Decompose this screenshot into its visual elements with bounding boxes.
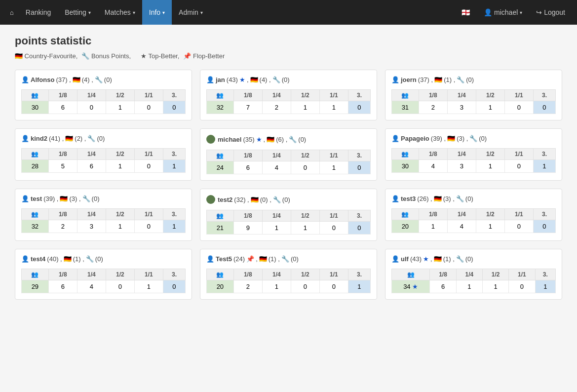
card-header: 👤 kind2 (41) , 🇩🇪 (2) , 🔧 (0)	[21, 135, 186, 142]
col-header: 1/8	[48, 209, 77, 220]
col-header: 1/8	[48, 90, 77, 101]
card-name: Alfonso	[31, 76, 54, 83]
stat-cell: 1	[535, 280, 555, 293]
user-card-joern: 👤 joern (37) , 🇩🇪 (1) , 🔧 (0) 👥1/81/41/2…	[385, 70, 562, 120]
stat-cell: 1	[291, 101, 319, 114]
stat-cell: 0	[163, 101, 185, 114]
stat-cell: 6	[430, 280, 456, 293]
stat-cell: 1	[134, 280, 163, 293]
user-card-test5: 👤 Test5 (24) 📌 , 🇩🇪 (1) , 🔧 (0) 👥1/81/41…	[200, 249, 377, 300]
nav-flag[interactable]: 🏴󠁧󠁢󠁥󠁮󠁧󠁿	[455, 0, 477, 25]
nav-brand[interactable]: ⌂	[5, 9, 19, 16]
card-header: 👤 jan (43) ★ , 🇩🇪 (4) , 🔧 (0)	[206, 76, 371, 83]
col-header: 3.	[163, 209, 185, 220]
stat-cell: 1	[163, 160, 185, 173]
stat-cell: 1	[533, 160, 555, 173]
col-header: 1/8	[233, 210, 262, 222]
stat-cell: 0	[134, 160, 163, 173]
stat-cell: 28	[22, 160, 49, 173]
stat-cell: 2	[233, 280, 262, 293]
stat-table: 👥1/81/41/21/13. 2464010	[206, 150, 371, 174]
stat-cell: 1	[476, 220, 504, 233]
card-header: 👤 Papageio (39) , 🇩🇪 (3) , 🔧 (0)	[391, 135, 556, 142]
stat-cell: 32	[22, 220, 49, 233]
page-title: points statistic	[15, 35, 562, 47]
nav-admin[interactable]: Admin ▾	[172, 0, 210, 25]
stat-cell: 20	[207, 280, 234, 293]
card-header: 👤 Alfonso (37) , 🇩🇪 (4) , 🔧 (0)	[21, 76, 186, 83]
card-name: michael	[218, 136, 241, 143]
col-header: 1/4	[77, 149, 106, 160]
stat-table: 👥1/81/41/21/13. 2191100	[206, 210, 371, 235]
bonus-icon: 🔧	[456, 195, 464, 202]
stat-cell: 3	[447, 160, 476, 173]
card-name: ulf	[401, 255, 409, 263]
bonus-icon: 🔧	[272, 76, 280, 83]
stat-table: 👥1/81/41/21/13. 2021001	[206, 269, 371, 293]
stat-cell: 0	[319, 280, 348, 293]
flag-icon: 🇩🇪	[434, 255, 442, 263]
col-header: 1/8	[430, 269, 456, 280]
col-header: 1/8	[419, 90, 447, 101]
col-header: 3.	[533, 149, 555, 160]
top-better-icon: ★	[239, 76, 245, 83]
main-content: points statistic 🇩🇪 Country-Favourite, 🔧…	[0, 25, 577, 310]
stat-cell: 0	[291, 280, 319, 293]
stat-cell: 0	[134, 220, 163, 233]
card-header: 👤 Test5 (24) 📌 , 🇩🇪 (1) , 🔧 (0)	[206, 255, 371, 263]
stat-cell: 4	[419, 160, 447, 173]
bonus-icon: 🔧	[456, 255, 464, 263]
card-name: Test5	[216, 255, 232, 263]
top-better-icon: ★	[256, 136, 262, 143]
col-header: 👥	[207, 150, 234, 161]
col-header: 3.	[163, 149, 185, 160]
stat-cell: 0	[504, 101, 533, 114]
flag-icon: 🇩🇪	[64, 255, 72, 263]
card-name: jan	[216, 76, 225, 83]
navbar-right: 🏴󠁧󠁢󠁥󠁮󠁧󠁿 👤 michael ▾ ↪ Logout	[455, 0, 572, 25]
flag-icon: 🇩🇪	[65, 135, 73, 142]
col-header: 1/2	[106, 209, 134, 220]
bonus-icon: 🔧	[289, 136, 297, 143]
nav-matches[interactable]: Matches ▾	[98, 0, 142, 25]
user-icon: 👤	[391, 135, 399, 142]
card-name: test2	[218, 196, 232, 203]
user-card-test3: 👤 test3 (26) , 🇩🇪 (3) , 🔧 (0) 👥1/81/41/2…	[385, 189, 562, 241]
nav-user[interactable]: 👤 michael ▾	[477, 0, 529, 25]
card-name: test4	[31, 255, 45, 263]
col-header: 1/8	[233, 269, 262, 280]
stat-cell: 1	[456, 280, 482, 293]
avatar-michael	[206, 135, 215, 144]
col-header: 1/1	[134, 209, 163, 220]
col-header: 1/4	[77, 269, 106, 280]
card-name: test3	[401, 195, 416, 202]
bonus-icon: 🔧	[281, 255, 289, 263]
col-header: 1/2	[291, 269, 319, 280]
col-header: 1/2	[476, 209, 504, 220]
nav-ranking[interactable]: Ranking	[19, 0, 58, 25]
flag-icon: 🇩🇪	[259, 255, 267, 263]
nav-betting[interactable]: Betting ▾	[58, 0, 98, 25]
user-card-papageio: 👤 Papageio (39) , 🇩🇪 (3) , 🔧 (0) 👥1/81/4…	[385, 128, 562, 181]
col-header: 1/2	[291, 150, 319, 161]
stat-cell: 32	[207, 101, 234, 114]
legend-flop: 📌 Flop-Better	[183, 52, 225, 60]
card-header: 👤 joern (37) , 🇩🇪 (1) , 🔧 (0)	[391, 76, 556, 83]
nav-info[interactable]: Info ▾	[142, 0, 172, 25]
bonus-icon: 🔧	[86, 255, 94, 263]
user-card-test: 👤 test (39) , 🇩🇪 (3) , 🔧 (0) 👥1/81/41/21…	[15, 189, 192, 241]
stats-grid: 👤 Alfonso (37) , 🇩🇪 (4) , 🔧 (0) 👥1/81/41…	[15, 70, 562, 300]
col-header: 👥	[392, 149, 419, 160]
col-header: 1/4	[262, 90, 291, 101]
stat-table: 👥1/81/41/21/13. 2856101	[21, 148, 186, 173]
user-icon: 👤	[391, 76, 399, 83]
nav-logout[interactable]: ↪ Logout	[529, 0, 572, 25]
bonus-icon: 🔧	[87, 135, 95, 142]
card-header: 👤 test3 (26) , 🇩🇪 (3) , 🔧 (0)	[391, 195, 556, 202]
navbar: ⌂ Ranking Betting ▾ Matches ▾ Info ▾ Adm…	[0, 0, 577, 25]
user-icon: 👤	[21, 255, 29, 263]
stat-cell: 30	[22, 101, 49, 114]
col-header: 3.	[348, 150, 370, 161]
bonus-icon: 🔧	[95, 76, 103, 83]
col-header: 👥	[22, 90, 49, 101]
